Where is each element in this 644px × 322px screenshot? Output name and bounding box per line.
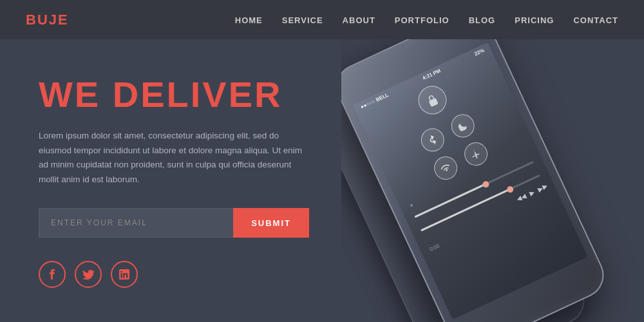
nav-item-home[interactable]: HOME [235,14,263,26]
phone-screen: ●●○○○ BELL 4:21 PM 22% [353,43,588,320]
nav-item-service[interactable]: SERVICE [282,14,323,26]
twitter-icon[interactable] [75,261,102,288]
hero-description: Lorem ipsum dolor sit amet, consectetur … [39,129,309,188]
nav-links: HOME SERVICE ABOUT PORTFOLIO BLOG PRICIN… [235,14,618,26]
airplane-btn [460,138,491,169]
email-input[interactable] [39,208,233,238]
linkedin-icon[interactable] [111,261,138,288]
navbar: BUJE HOME SERVICE ABOUT PORTFOLIO BLOG P… [0,0,644,39]
play-btn: ▶ [528,188,536,196]
lock-btn [413,81,451,119]
submit-button[interactable]: SUBMIT [233,208,309,238]
phone-mockup: ●●○○○ BELL 4:21 PM 22% [341,39,644,322]
moon-btn [448,111,478,142]
nav-item-pricing[interactable]: PRICING [515,14,554,26]
social-icons [39,261,316,288]
hero-content: WE DELIVER Lorem ipsum dolor sit amet, c… [0,39,341,322]
email-form: SUBMIT [39,208,309,238]
nav-item-portfolio[interactable]: PORTFOLIO [395,14,450,26]
facebook-icon[interactable] [39,261,66,288]
nav-item-about[interactable]: ABOUT [343,14,375,26]
hero-title: WE DELIVER [39,75,316,115]
wifi-btn [430,153,461,184]
bluetooth-btn [417,124,448,155]
hero-image: ●●○○○ BELL 4:21 PM 22% [341,39,644,322]
track-time: 0:00 [429,243,440,252]
brightness-icon: ☀ [408,202,415,209]
hero-section: WE DELIVER Lorem ipsum dolor sit amet, c… [0,39,644,322]
phone-front: ●●○○○ BELL 4:21 PM 22% [341,39,611,322]
nav-item-blog[interactable]: BLOG [469,14,496,26]
nav-item-contact[interactable]: CONTACT [573,14,618,26]
logo[interactable]: BUJE [26,12,69,28]
